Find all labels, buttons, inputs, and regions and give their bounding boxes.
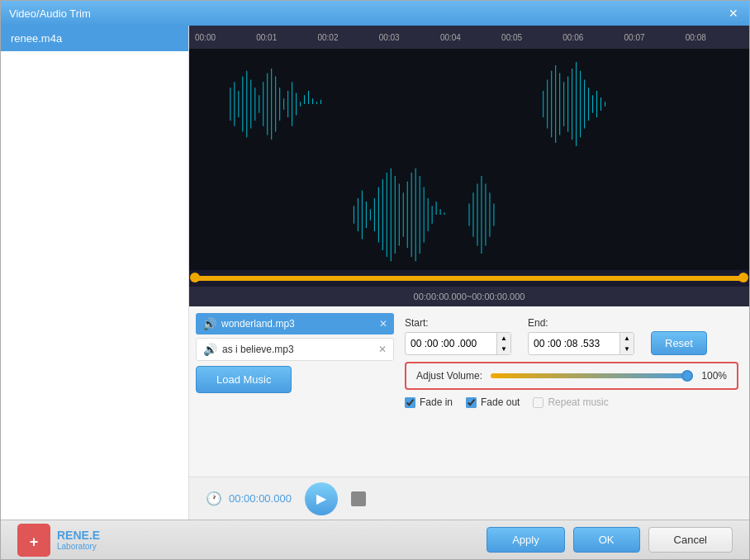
right-panel: 00:00 00:01 00:02 00:03 00:04 00:05 00:0… — [189, 26, 749, 520]
volume-section: Adjust Volume: 100% — [405, 362, 738, 390]
sidebar-item-renee[interactable]: renee.m4a — [1, 26, 188, 51]
waveform-svg-top — [189, 49, 749, 159]
waveform-track-top[interactable] — [189, 49, 749, 159]
title-bar: Video/Audio Trim ✕ — [1, 1, 749, 26]
bottom-controls: 🔊 wonderland.mp3 ✕ 🔊 as i believe.mp3 ✕ … — [189, 306, 749, 477]
end-spinners: ▲ ▼ — [619, 333, 634, 354]
waveform-track-bottom[interactable] — [189, 159, 749, 270]
time-inputs: Start: ▲ ▼ End: — [405, 317, 738, 355]
timeline-marker-3: 00:03 — [377, 33, 439, 42]
time-display-text: 00:00:00.000~00:00:00.000 — [414, 292, 525, 301]
start-spinners: ▲ ▼ — [496, 333, 510, 354]
logo-name: RENE.E — [57, 529, 100, 542]
music-item-1[interactable]: 🔊 as i believe.mp3 ✕ — [196, 338, 394, 361]
timeline-markers: 00:00 00:01 00:02 00:03 00:04 00:05 00:0… — [193, 33, 745, 42]
play-button[interactable]: ▶ — [305, 482, 338, 515]
play-icon: ▶ — [316, 491, 326, 506]
volume-label: Adjust Volume: — [416, 370, 482, 382]
waveform-area: 00:00 00:01 00:02 00:03 00:04 00:05 00:0… — [189, 26, 749, 306]
fade-out-checkbox[interactable] — [466, 397, 477, 408]
scrubber-fill — [193, 276, 745, 281]
logo-svg: + — [17, 524, 50, 557]
start-input-wrapper: ▲ ▼ — [405, 332, 511, 355]
end-label: End: — [528, 317, 634, 329]
music-list: 🔊 wonderland.mp3 ✕ 🔊 as i believe.mp3 ✕ — [196, 313, 394, 361]
sidebar: renee.m4a — [1, 26, 189, 520]
music-icon-1: 🔊 — [203, 343, 217, 356]
music-close-1[interactable]: ✕ — [378, 344, 387, 355]
volume-slider-track — [491, 373, 693, 378]
cancel-button[interactable]: Cancel — [648, 527, 733, 553]
apply-button[interactable]: Apply — [487, 527, 565, 553]
window-title: Video/Audio Trim — [9, 7, 91, 20]
end-spinner-down[interactable]: ▼ — [620, 344, 634, 354]
scrubber-handle-right[interactable] — [738, 273, 748, 282]
scrubber-track — [193, 276, 745, 281]
timeline-marker-0: 00:00 — [193, 33, 254, 42]
timeline-marker-7: 00:07 — [623, 33, 684, 42]
clock-icon: 🕐 — [206, 491, 222, 506]
trim-controls: Start: ▲ ▼ End: — [401, 313, 743, 470]
stop-button[interactable] — [351, 491, 366, 506]
load-btn-area: Load Music — [196, 366, 394, 397]
repeat-checkbox[interactable] — [533, 397, 544, 408]
fade-in-checkbox-label[interactable]: Fade in — [405, 396, 453, 408]
timeline-marker-4: 00:04 — [439, 33, 500, 42]
timeline-marker-5: 00:05 — [500, 33, 561, 42]
svg-text:+: + — [30, 534, 39, 550]
fade-in-checkbox[interactable] — [405, 397, 415, 408]
start-time-group: Start: ▲ ▼ — [405, 317, 511, 355]
playback-time-display: 00:00:00.000 — [229, 492, 292, 505]
time-display-bar: 00:00:00.000~00:00:00.000 — [189, 287, 749, 306]
start-spinner-up[interactable]: ▲ — [497, 333, 510, 344]
logo-text: RENE.E Laboratory — [57, 529, 100, 551]
music-section: 🔊 wonderland.mp3 ✕ 🔊 as i believe.mp3 ✕ … — [196, 313, 394, 470]
end-spinner-up[interactable]: ▲ — [620, 333, 634, 344]
repeat-label: Repeat music — [548, 396, 608, 408]
main-window: Video/Audio Trim ✕ renee.m4a 00:00 00:01… — [0, 0, 750, 560]
music-item-name-0: wonderland.mp3 — [221, 318, 295, 330]
end-time-input[interactable] — [529, 335, 619, 353]
footer-bar: + RENE.E Laboratory Apply OK Cancel — [1, 520, 749, 559]
start-label: Start: — [405, 317, 511, 329]
scrubber-bar[interactable] — [189, 270, 749, 287]
fade-in-label: Fade in — [420, 396, 453, 408]
repeat-checkbox-label[interactable]: Repeat music — [533, 396, 608, 408]
music-item-name-1: as i believe.mp3 — [222, 344, 294, 355]
volume-slider-thumb — [681, 370, 693, 382]
svg-rect-0 — [189, 49, 749, 159]
main-content: renee.m4a 00:00 00:01 00:02 00:03 00:04 … — [1, 26, 749, 520]
end-time-group: End: ▲ ▼ — [528, 317, 634, 355]
playback-bar: 🕐 00:00:00.000 ▶ — [189, 477, 749, 520]
timeline-marker-1: 00:01 — [254, 33, 316, 42]
close-button[interactable]: ✕ — [726, 6, 741, 21]
ok-button[interactable]: OK — [573, 527, 640, 553]
checkboxes-row: Fade in Fade out Repeat music — [405, 396, 738, 408]
music-icon-0: 🔊 — [202, 317, 216, 330]
start-spinner-down[interactable]: ▼ — [497, 344, 510, 354]
playback-time: 🕐 00:00:00.000 — [206, 491, 292, 506]
volume-slider[interactable] — [491, 373, 693, 378]
music-close-0[interactable]: ✕ — [379, 318, 387, 330]
reset-button[interactable]: Reset — [651, 331, 707, 355]
fade-out-label: Fade out — [481, 396, 520, 408]
fade-out-checkbox-label[interactable]: Fade out — [466, 396, 520, 408]
sidebar-item-label: renee.m4a — [11, 32, 62, 45]
music-item-0[interactable]: 🔊 wonderland.mp3 ✕ — [196, 313, 394, 335]
scrubber-handle-left[interactable] — [190, 273, 200, 282]
volume-percent: 100% — [701, 370, 727, 382]
end-input-wrapper: ▲ ▼ — [528, 332, 634, 355]
timeline-marker-6: 00:06 — [561, 33, 622, 42]
load-music-button[interactable]: Load Music — [196, 366, 292, 393]
logo-subtitle: Laboratory — [57, 542, 100, 551]
timeline-marker-8: 00:08 — [684, 33, 745, 42]
start-time-input[interactable] — [406, 335, 496, 353]
timeline: 00:00 00:01 00:02 00:03 00:04 00:05 00:0… — [189, 26, 749, 49]
waveform-svg-bottom — [189, 159, 749, 270]
timeline-marker-2: 00:02 — [316, 33, 377, 42]
footer-logo: + RENE.E Laboratory — [17, 524, 100, 557]
